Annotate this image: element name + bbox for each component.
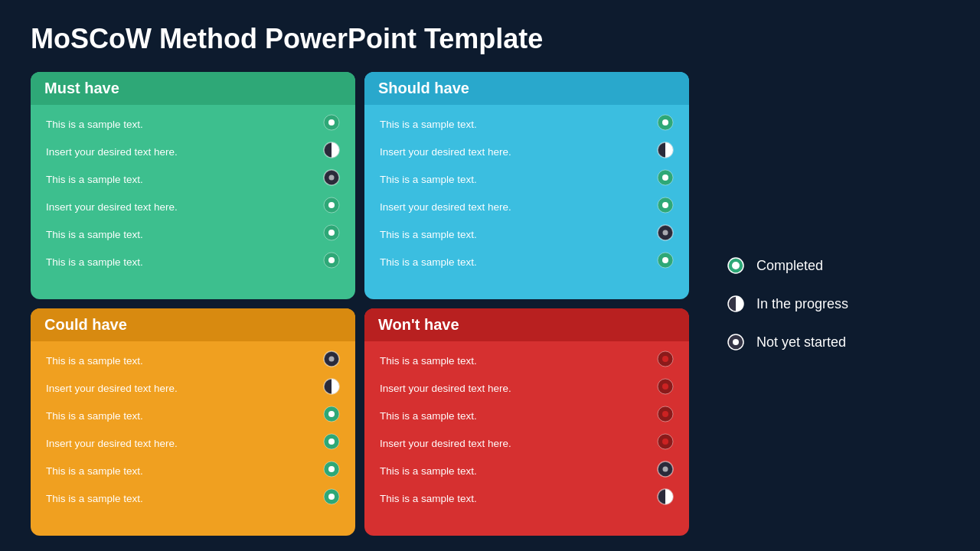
card-row: Insert your desired text here. [375,194,678,220]
card-row: This is a sample text. [41,347,345,373]
card-row: This is a sample text. [41,485,345,511]
svg-point-38 [662,411,668,417]
legend-completed: Completed [727,257,823,274]
svg-point-23 [329,357,335,362]
toggle-icon[interactable] [323,433,340,453]
svg-point-26 [328,411,335,417]
toggle-icon[interactable] [657,142,674,161]
toggle-icon[interactable] [657,114,674,134]
svg-point-34 [662,356,668,362]
legend-area: Completed In the progress Not yet starte… [689,72,949,536]
legend-notstarted: Not yet started [727,334,846,350]
row-text: This is a sample text. [380,355,477,367]
svg-point-42 [663,467,668,472]
svg-point-21 [662,257,668,263]
toggle-icon[interactable] [657,197,674,217]
row-text: Insert your desired text here. [46,146,178,158]
toggle-icon[interactable] [657,350,674,370]
card-row: Insert your desired text here. [375,430,678,456]
card-row: This is a sample text. [375,111,678,137]
toggle-icon[interactable] [323,378,340,398]
toggle-icon[interactable] [323,114,340,134]
svg-point-48 [733,339,739,345]
legend-inprogress-label: In the progress [756,296,848,312]
row-text: Insert your desired text here. [380,201,511,213]
row-text: This is a sample text. [380,410,477,422]
svg-point-6 [328,202,335,208]
card-row: This is a sample text. [375,347,678,373]
card-row: Insert your desired text here. [41,375,345,401]
row-text: This is a sample text. [380,256,477,268]
row-text: This is a sample text. [46,256,143,268]
svg-point-15 [662,174,668,181]
card-row: This is a sample text. [375,485,678,511]
row-text: This is a sample text. [46,355,143,367]
grid-area: Must have This is a sample text. Insert … [31,72,689,536]
row-text: Insert your desired text here. [380,438,511,449]
card-row: This is a sample text. [41,111,345,137]
card-row: This is a sample text. [375,249,678,275]
legend-inprogress: In the progress [727,295,848,312]
wonthave-body: This is a sample text. Insert your desir… [364,341,689,536]
toggle-icon[interactable] [323,197,340,217]
main-content: Must have This is a sample text. Insert … [31,72,949,536]
musthave-body: This is a sample text. Insert your desir… [31,105,355,299]
legend-notstarted-label: Not yet started [756,334,846,350]
musthave-header: Must have [31,72,355,105]
svg-point-4 [329,175,335,181]
toggle-icon[interactable] [657,252,674,272]
svg-point-28 [328,439,335,445]
toggle-icon[interactable] [657,433,674,453]
toggle-icon[interactable] [323,252,340,272]
card-row: This is a sample text. [41,166,345,192]
toggle-icon[interactable] [323,406,340,425]
shouldhave-header: Should have [364,72,689,105]
card-wonthave: Won't have This is a sample text. Insert… [364,308,689,536]
toggle-icon[interactable] [323,488,340,508]
shouldhave-body: This is a sample text. Insert your desir… [364,105,689,299]
toggle-icon[interactable] [323,169,340,189]
toggle-icon[interactable] [323,142,340,161]
row-text: This is a sample text. [46,410,143,422]
svg-point-10 [328,257,335,263]
svg-point-1 [328,119,335,126]
legend-completed-label: Completed [756,258,823,274]
row-text: This is a sample text. [46,493,143,504]
row-text: This is a sample text. [46,119,143,130]
card-row: This is a sample text. [41,458,345,484]
row-text: This is a sample text. [380,229,477,240]
svg-point-17 [662,202,668,208]
toggle-icon[interactable] [657,224,674,244]
toggle-icon[interactable] [323,224,340,244]
card-couldhave: Could have This is a sample text. Insert… [31,308,355,536]
toggle-icon[interactable] [323,461,340,481]
row-text: This is a sample text. [380,119,477,130]
svg-point-19 [663,230,668,236]
page-title: MoSCoW Method PowerPoint Template [31,23,949,55]
row-text: This is a sample text. [46,465,143,477]
toggle-icon[interactable] [657,488,674,508]
svg-point-32 [328,494,335,500]
svg-point-12 [662,119,668,126]
card-row: Insert your desired text here. [375,375,678,401]
svg-point-40 [662,439,668,445]
toggle-icon[interactable] [323,350,340,370]
couldhave-header: Could have [31,308,355,341]
toggle-icon[interactable] [657,169,674,189]
card-musthave: Must have This is a sample text. Insert … [31,72,355,299]
card-row: Insert your desired text here. [41,139,345,165]
card-row: This is a sample text. [375,458,678,484]
notstarted-legend-icon [727,334,744,350]
row-text: Insert your desired text here. [46,438,178,449]
row-text: Insert your desired text here. [46,201,178,213]
svg-point-36 [662,383,668,390]
svg-point-45 [732,262,740,269]
row-text: This is a sample text. [46,229,143,240]
row-text: This is a sample text. [380,465,477,477]
toggle-icon[interactable] [657,461,674,481]
toggle-icon[interactable] [657,406,674,425]
card-row: This is a sample text. [41,249,345,275]
row-text: Insert your desired text here. [46,383,178,394]
wonthave-header: Won't have [364,308,689,341]
toggle-icon[interactable] [657,378,674,398]
